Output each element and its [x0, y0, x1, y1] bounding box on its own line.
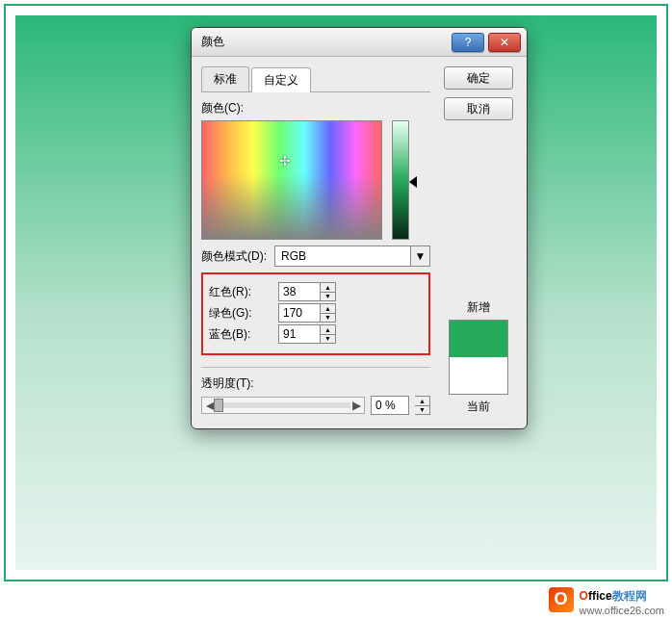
red-input[interactable]: 38: [278, 282, 321, 301]
watermark: O Office教程网 www.office26.com: [549, 582, 664, 616]
left-column: 标准 自定义 颜色(C): ✢ 颜色模式(D): RGB: [201, 66, 430, 415]
dialog-body: 标准 自定义 颜色(C): ✢ 颜色模式(D): RGB: [192, 57, 527, 428]
divider: [201, 367, 430, 368]
brand-text: Office教程网 www.office26.com: [580, 582, 664, 616]
brand-badge-icon: O: [549, 587, 574, 612]
transparency-up-button[interactable]: ▲: [415, 397, 429, 406]
new-color-swatch: [450, 321, 507, 357]
hue-saturation-field[interactable]: ✢: [201, 120, 382, 240]
transparency-input[interactable]: 0 %: [371, 396, 409, 415]
transparency-row: ◀ ▶ 0 % ▲ ▼: [201, 396, 430, 415]
blue-label: 蓝色(B):: [209, 326, 278, 343]
color-model-row: 颜色模式(D): RGB ▼: [201, 245, 430, 267]
current-color-label: 当前: [467, 399, 490, 415]
blue-row: 蓝色(B): 91 ▲ ▼: [209, 324, 423, 344]
ok-button[interactable]: 确定: [444, 66, 513, 90]
blue-up-button[interactable]: ▲: [321, 325, 335, 335]
close-button[interactable]: ✕: [488, 33, 521, 52]
green-row: 绿色(G): 170 ▲ ▼: [209, 303, 423, 323]
slider-track[interactable]: [216, 402, 350, 408]
titlebar[interactable]: 颜色 ? ✕: [192, 28, 527, 57]
color-model-dropdown[interactable]: RGB ▼: [274, 245, 430, 267]
blue-down-button[interactable]: ▼: [321, 335, 335, 344]
blue-input[interactable]: 91: [278, 324, 321, 344]
cancel-button[interactable]: 取消: [444, 97, 513, 120]
close-icon: ✕: [500, 36, 509, 49]
color-field-label: 颜色(C):: [201, 100, 430, 116]
right-column: 确定 取消 新增 当前: [440, 66, 517, 415]
color-dialog: 颜色 ? ✕ 标准 自定义 颜色(C): ✢: [191, 27, 528, 429]
transparency-spinner: ▲ ▼: [415, 396, 430, 415]
red-up-button[interactable]: ▲: [321, 283, 335, 293]
green-label: 绿色(G):: [209, 305, 278, 322]
brand-name: Office教程网: [580, 582, 664, 605]
dialog-title: 颜色: [201, 34, 448, 50]
tab-custom[interactable]: 自定义: [251, 67, 311, 92]
blue-spinner: ▲ ▼: [321, 324, 336, 344]
current-color-swatch: [450, 357, 507, 394]
tab-standard[interactable]: 标准: [201, 66, 249, 91]
luminance-slider[interactable]: [392, 120, 409, 240]
transparency-label: 透明度(T):: [201, 375, 430, 392]
color-model-label: 颜色模式(D):: [201, 248, 271, 265]
brand-url: www.office26.com: [580, 605, 664, 616]
color-model-value: RGB: [281, 249, 306, 263]
color-picker-area: ✢: [201, 120, 430, 240]
green-input[interactable]: 170: [278, 303, 321, 323]
crosshair-marker[interactable]: ✢: [278, 154, 292, 168]
help-icon: ?: [465, 36, 472, 49]
screenshot-frame: 颜色 ? ✕ 标准 自定义 颜色(C): ✢: [4, 4, 668, 581]
brand-name-head: O: [580, 589, 588, 603]
slider-thumb[interactable]: [214, 399, 223, 412]
tab-bar: 标准 自定义: [201, 66, 430, 92]
red-label: 红色(R):: [209, 284, 278, 300]
slider-right-icon[interactable]: ▶: [350, 399, 362, 412]
brand-name-mid: ffice: [588, 589, 612, 603]
green-up-button[interactable]: ▲: [321, 304, 335, 314]
red-down-button[interactable]: ▼: [321, 293, 335, 301]
help-button[interactable]: ?: [452, 33, 484, 52]
transparency-down-button[interactable]: ▼: [415, 406, 429, 415]
green-down-button[interactable]: ▼: [321, 314, 335, 323]
rgb-highlight-box: 红色(R): 38 ▲ ▼ 绿色(G): 170 ▲ ▼: [201, 272, 430, 355]
luminance-wrap: [388, 120, 409, 240]
new-color-label: 新增: [467, 299, 490, 316]
transparency-slider[interactable]: ◀ ▶: [201, 397, 365, 414]
red-spinner: ▲ ▼: [321, 282, 336, 301]
red-row: 红色(R): 38 ▲ ▼: [209, 282, 423, 301]
green-spinner: ▲ ▼: [321, 303, 336, 323]
luminance-pointer-icon[interactable]: [409, 176, 417, 188]
chevron-down-icon[interactable]: ▼: [410, 246, 429, 266]
brand-name-tail: 教程网: [612, 589, 647, 603]
color-swatches: [449, 320, 508, 395]
